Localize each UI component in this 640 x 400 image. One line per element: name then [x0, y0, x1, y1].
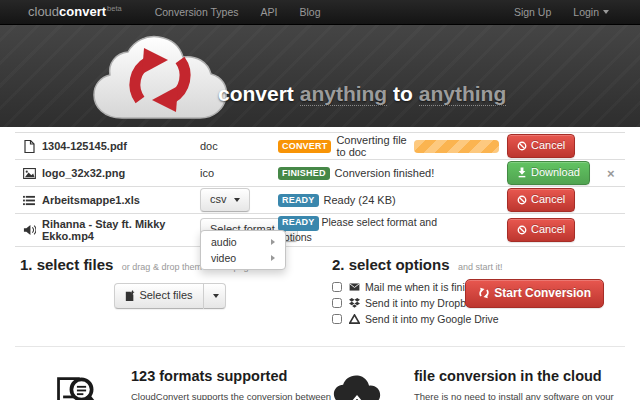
close-icon[interactable]: ×	[607, 166, 615, 181]
status-cell: READY Ready (24 KB)	[278, 194, 507, 207]
file-name: Arbeitsmappe1.xls	[42, 194, 140, 206]
file-row-png: logo_32x32.png ico FINISHED Conversion f…	[15, 160, 625, 187]
nav-right: Sign Up Login	[503, 6, 620, 18]
feature-line: CloudConvert supports the conversion bet…	[131, 391, 349, 400]
ban-icon	[517, 195, 527, 205]
select-options-heading: 2. select options	[332, 256, 450, 273]
feature-cloud: file conversion in the cloud There is no…	[320, 360, 620, 400]
hero-word-to: to	[393, 82, 413, 105]
progress-bar	[414, 140, 499, 153]
chevron-down-icon	[213, 294, 219, 298]
status-text: Converting file to doc	[336, 134, 409, 158]
file-table: 1304-125145.pdf doc CONVERT Converting f…	[15, 132, 625, 247]
menu-item-label: video	[211, 252, 236, 264]
cancel-label: Cancel	[531, 137, 565, 154]
google-drive-icon	[348, 314, 361, 324]
nav-conversion-types[interactable]: Conversion Types	[144, 6, 250, 18]
status-text: Ready (24 KB)	[324, 194, 396, 206]
chevron-down-icon	[603, 10, 609, 14]
select-files-split-button: Select files	[114, 283, 225, 309]
brand-cloud: cloud	[28, 5, 59, 20]
status-badge: CONVERT	[278, 140, 331, 153]
cancel-button[interactable]: Cancel	[507, 188, 575, 212]
audio-file-icon	[22, 224, 36, 236]
select-options-section: 2. select options and start it! Mail me …	[320, 256, 620, 329]
steps-row: 1. select files or drag & drop them on t…	[0, 247, 640, 329]
status-badge: FINISHED	[278, 167, 330, 180]
cancel-button[interactable]: Cancel	[507, 134, 575, 158]
target-format: ico	[200, 167, 278, 179]
envelope-icon	[348, 283, 361, 291]
beta-badge: beta	[107, 4, 122, 13]
target-format: doc	[200, 140, 278, 152]
feature-paragraph: CloudConvert supports the conversion bet…	[131, 391, 349, 400]
option-google-drive: Send it into my Google Drive	[332, 313, 620, 325]
cloudconvert-page: cloudconvertbeta Conversion Types API Bl…	[0, 0, 640, 400]
nav-login-label: Login	[573, 6, 599, 18]
format-cell: csv	[200, 188, 278, 212]
nav-api[interactable]: API	[250, 6, 289, 18]
menu-item-audio[interactable]: audio	[201, 234, 285, 250]
hero-word-anything-2: anything	[419, 82, 507, 106]
select-files-more-button[interactable]	[204, 283, 226, 309]
nav-login[interactable]: Login	[562, 6, 620, 18]
file-row-pdf: 1304-125145.pdf doc CONVERT Converting f…	[15, 133, 625, 160]
file-name-cell: logo_32x32.png	[15, 167, 200, 179]
features-row: 123 formats supported CloudConvert suppo…	[0, 347, 640, 400]
download-button[interactable]: Download	[507, 161, 590, 185]
hero-title: convert anything to anything	[218, 82, 506, 106]
feature-formats: 123 formats supported CloudConvert suppo…	[20, 360, 320, 400]
option-label: Send it into my Dropbox	[365, 297, 477, 309]
menu-item-video[interactable]: video	[201, 250, 285, 266]
chevron-down-icon	[234, 198, 240, 202]
action-cell: Cancel	[507, 188, 607, 212]
google-drive-checkbox[interactable]	[332, 314, 342, 324]
status-badge: READY	[278, 216, 319, 231]
mail-checkbox[interactable]	[332, 282, 342, 292]
download-label: Download	[531, 164, 580, 181]
nav-blog[interactable]: Blog	[288, 6, 331, 18]
menu-item-label: audio	[211, 236, 237, 248]
ban-icon	[517, 141, 527, 151]
status-cell: CONVERT Converting file to doc	[278, 134, 507, 158]
hero-word-convert: convert	[218, 82, 294, 105]
start-conversion-button[interactable]: Start Conversion	[465, 279, 604, 308]
spreadsheet-file-icon	[22, 195, 36, 206]
file-name-cell: Arbeitsmappe1.xls	[15, 194, 200, 206]
nav-signup[interactable]: Sign Up	[503, 6, 562, 18]
file-name: 1304-125145.pdf	[42, 140, 127, 152]
feature-heading: file conversion in the cloud	[414, 368, 632, 384]
document-file-icon	[22, 140, 36, 153]
dismiss-cell: ×	[607, 167, 625, 180]
option-label: Send it into my Google Drive	[365, 313, 499, 325]
dropbox-checkbox[interactable]	[332, 298, 342, 308]
cloudconvert-cloud-logo	[84, 28, 234, 128]
download-icon	[517, 167, 527, 178]
format-dropdown-csv[interactable]: csv	[200, 188, 250, 212]
hero-word-anything-1: anything	[300, 82, 388, 106]
feature-heading: 123 formats supported	[131, 368, 349, 384]
cancel-label: Cancel	[531, 221, 565, 238]
feature-line: There is no need to install any software…	[414, 391, 632, 400]
brand-logo[interactable]: cloudconvertbeta	[28, 4, 122, 19]
start-hint: and start it!	[458, 262, 503, 272]
feature-paragraph: There is no need to install any software…	[414, 391, 632, 400]
ban-icon	[517, 225, 527, 235]
cloud-upload-icon	[332, 370, 382, 400]
status-cell: FINISHED Conversion finished!	[278, 167, 507, 180]
action-cell: Download	[507, 161, 607, 185]
refresh-icon	[478, 287, 490, 299]
start-conversion-label: Start Conversion	[494, 284, 591, 302]
file-row-mp4: Rihanna - Stay ft. Mikky Ekko.mp4 Select…	[15, 214, 625, 247]
file-name-cell: Rihanna - Stay ft. Mikky Ekko.mp4	[15, 218, 200, 242]
action-cell: Cancel	[507, 218, 607, 242]
file-name: Rihanna - Stay ft. Mikky Ekko.mp4	[42, 218, 200, 242]
chevron-right-icon	[271, 255, 275, 261]
file-row-xls: Arbeitsmappe1.xls csv READY Ready (24 KB…	[15, 187, 625, 214]
dropbox-icon	[348, 298, 361, 308]
select-files-button[interactable]: Select files	[114, 283, 203, 309]
hero-banner: convert anything to anything	[0, 25, 640, 127]
file-plus-icon	[125, 290, 135, 302]
cancel-button[interactable]: Cancel	[507, 218, 575, 242]
top-navbar: cloudconvertbeta Conversion Types API Bl…	[0, 0, 640, 25]
